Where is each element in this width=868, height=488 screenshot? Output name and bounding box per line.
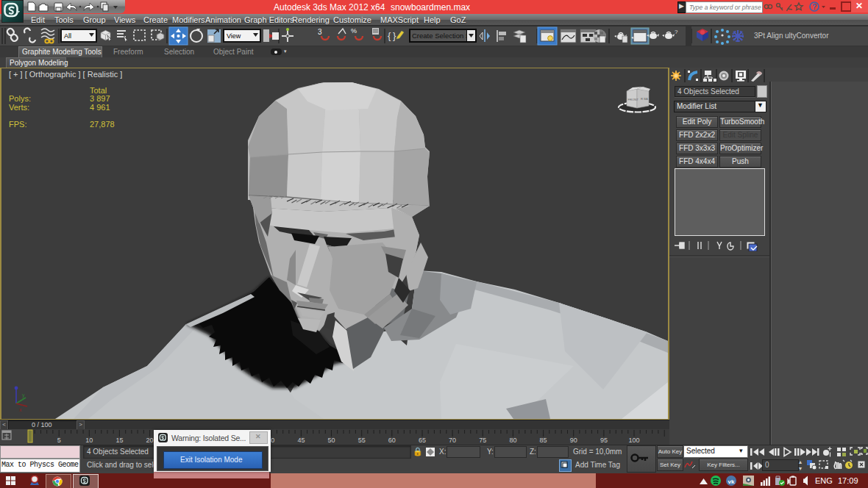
- svg-text:100: 100: [628, 437, 639, 444]
- svg-text:60: 60: [388, 437, 396, 444]
- svg-text:27,878: 27,878: [90, 120, 115, 129]
- svg-text:%: %: [351, 27, 357, 35]
- svg-text:95: 95: [600, 437, 608, 444]
- svg-text:20: 20: [146, 437, 154, 444]
- svg-text:ultyConvertor: ultyConvertor: [785, 32, 829, 40]
- svg-text:Create Selection Se: Create Selection Se: [412, 32, 474, 40]
- svg-text:?: ?: [812, 3, 817, 11]
- svg-text:x: x: [19, 407, 22, 412]
- svg-text:Verts:: Verts:: [9, 103, 29, 112]
- svg-text:10: 10: [85, 437, 93, 444]
- svg-text:?: ?: [675, 29, 678, 35]
- svg-text:75: 75: [479, 437, 486, 444]
- svg-text:45: 45: [297, 437, 305, 444]
- svg-text:5: 5: [57, 437, 61, 444]
- svg-text:80: 80: [509, 437, 516, 444]
- svg-text:55: 55: [358, 437, 366, 444]
- svg-text:vk: vk: [728, 478, 735, 485]
- svg-text:R BA: R BA: [641, 97, 648, 101]
- svg-text:[ + ] [ Orthographic ] [ Reali: [ + ] [ Orthographic ] [ Realistic ]: [9, 70, 122, 79]
- svg-text:90: 90: [570, 437, 577, 444]
- svg-text:y: y: [22, 392, 25, 398]
- svg-text:{ }: { }: [388, 30, 396, 41]
- svg-text:All: All: [64, 32, 71, 40]
- svg-text:View: View: [227, 32, 241, 40]
- svg-text:3: 3: [318, 28, 322, 36]
- svg-text:70: 70: [449, 437, 456, 444]
- svg-text:Polys:: Polys:: [9, 94, 31, 103]
- svg-text:15: 15: [115, 437, 123, 444]
- svg-text:FPS:: FPS:: [9, 120, 26, 129]
- svg-text:3Pt Align: 3Pt Align: [754, 32, 783, 40]
- svg-text:85: 85: [540, 437, 547, 444]
- svg-text:4 961: 4 961: [90, 103, 110, 112]
- svg-text:65: 65: [419, 437, 426, 444]
- svg-text:3 897: 3 897: [90, 94, 110, 103]
- svg-text:FRONT: FRONT: [628, 98, 639, 101]
- svg-text:50: 50: [327, 437, 335, 444]
